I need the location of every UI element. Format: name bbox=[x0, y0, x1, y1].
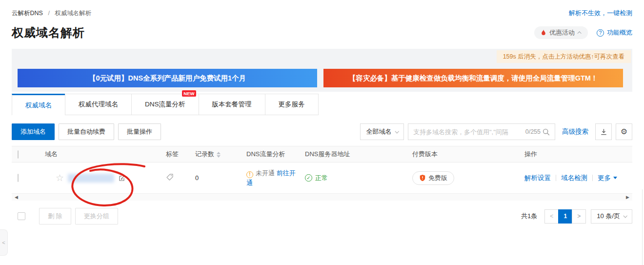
column-header-records-label: 记录数 bbox=[195, 150, 214, 158]
countdown-tip: 159s 后消失，点击上方活动优惠↑可再次查看 bbox=[497, 50, 631, 63]
chevron-down-icon bbox=[395, 129, 399, 133]
column-header-dns-server: DNS服务器地址 bbox=[305, 150, 412, 159]
char-counter: 0/255 bbox=[525, 128, 541, 135]
tab-label: DNS流量分析 bbox=[145, 100, 185, 109]
sort-asc-icon[interactable] bbox=[217, 152, 221, 154]
sort-desc-icon[interactable] bbox=[217, 155, 221, 158]
promo-activity-button[interactable]: 优惠活动 bbox=[534, 26, 588, 39]
gtm-banner[interactable]: 【容灾必备】基于健康检查做负载均衡和流量调度，请使用全局流量管理GTM！ bbox=[323, 69, 623, 87]
vertical-scrollbar-line bbox=[642, 189, 643, 265]
select-all-checkbox[interactable] bbox=[18, 150, 19, 159]
traffic-status-text: 未开通 bbox=[256, 169, 275, 177]
domain-filter-select[interactable]: 全部域名 bbox=[360, 123, 404, 140]
advanced-search-link[interactable]: 高级搜索 bbox=[562, 127, 588, 136]
shield-icon bbox=[419, 174, 426, 182]
free-trial-banner[interactable]: 【0元试用】DNS全系列产品新用户免费试用1个月 bbox=[18, 69, 317, 87]
search-box: 0/255 bbox=[408, 123, 555, 140]
title-row: 权威域名解析 优惠活动 ? 功能概览 bbox=[12, 25, 632, 41]
pagination-prev-button[interactable]: < bbox=[544, 209, 559, 224]
tab-label: 版本套餐管理 bbox=[212, 100, 252, 109]
edit-remark-icon[interactable] bbox=[118, 174, 126, 182]
breadcrumb-root[interactable]: 云解析DNS bbox=[12, 10, 43, 17]
divider bbox=[556, 175, 556, 181]
favorite-star-icon[interactable]: ☆ bbox=[56, 173, 64, 183]
column-header-plan: 付费版本 bbox=[412, 150, 524, 159]
record-count[interactable]: 0 bbox=[195, 174, 246, 182]
search-input[interactable] bbox=[413, 128, 525, 136]
column-header-traffic: DNS流量分析 bbox=[246, 150, 305, 159]
page-size-value: 10 条/页 bbox=[597, 212, 620, 221]
domain-check-link[interactable]: 域名检测 bbox=[561, 174, 587, 183]
tag-icon[interactable] bbox=[166, 173, 174, 181]
add-domain-button[interactable]: 添加域名 bbox=[12, 123, 55, 140]
breadcrumb: 云解析DNS / 权威域名解析 解析不生效，一键检测 bbox=[12, 0, 632, 18]
check-circle-icon: ✓ bbox=[305, 174, 312, 182]
tab-label: 更多服务 bbox=[279, 100, 305, 109]
horizontal-scrollbar[interactable]: ◀ ▶ bbox=[12, 194, 632, 201]
page-size-select[interactable]: 10 条/页 bbox=[591, 209, 632, 224]
export-button[interactable] bbox=[595, 123, 612, 140]
divider bbox=[592, 175, 593, 181]
delete-button[interactable]: 删 除 bbox=[39, 208, 71, 224]
footer-select-all-checkbox[interactable] bbox=[18, 212, 25, 220]
domain-name-redacted[interactable] bbox=[68, 174, 114, 183]
traffic-analysis-status: !未开通 前往开通 bbox=[246, 168, 305, 188]
scroll-right-arrow[interactable]: ▶ bbox=[626, 195, 629, 200]
pagination-page-1[interactable]: 1 bbox=[558, 209, 572, 224]
dns-status-text: 正常 bbox=[315, 174, 328, 183]
caret-up-icon bbox=[577, 31, 581, 35]
feature-overview-link[interactable]: ? 功能概览 bbox=[597, 28, 632, 37]
panel-collapse-handle[interactable]: < bbox=[0, 229, 8, 256]
table-row: ☆ 0 !未开通 前往开通 bbox=[12, 163, 632, 194]
table-header: 域名 标签 记录数 DNS流量分析 DNS服务器地址 付费版本 操作 bbox=[12, 146, 632, 163]
chevron-down-icon bbox=[623, 214, 627, 218]
feature-overview-label: 功能概览 bbox=[607, 28, 632, 37]
dns-console-page: 云解析DNS / 权威域名解析 解析不生效，一键检测 权威域名解析 优惠活动 ? bbox=[0, 0, 644, 265]
batch-operation-button[interactable]: 批量操作 bbox=[118, 123, 161, 140]
batch-auto-renew-button[interactable]: 批量自动续费 bbox=[59, 123, 114, 140]
tab-label: 权威域名 bbox=[25, 101, 52, 110]
download-icon bbox=[600, 128, 607, 136]
breadcrumb-current: 权威域名解析 bbox=[55, 10, 91, 17]
column-settings-button[interactable]: ⚙ bbox=[616, 123, 632, 140]
gear-icon: ⚙ bbox=[621, 128, 627, 136]
dns-server-status: ✓ 正常 bbox=[305, 174, 412, 183]
diagnose-link[interactable]: 解析不生效，一键检测 bbox=[569, 9, 632, 18]
tab-bar: 权威域名 权威代理域名 DNS流量分析 NEW 版本套餐管理 更多服务 bbox=[12, 94, 632, 115]
question-circle-icon: ? bbox=[597, 29, 604, 37]
total-count: 共1条 bbox=[521, 212, 537, 221]
flame-icon bbox=[541, 29, 546, 36]
tab-more-services[interactable]: 更多服务 bbox=[265, 94, 319, 115]
table-footer: 删 除 更换分组 共1条 < 1 > 10 条/页 bbox=[12, 208, 632, 224]
promo-activity-label: 优惠活动 bbox=[549, 28, 575, 37]
change-group-button[interactable]: 更换分组 bbox=[75, 208, 118, 224]
pagination-next-button[interactable]: > bbox=[572, 209, 586, 224]
sort-control[interactable] bbox=[217, 152, 221, 158]
scroll-left-arrow[interactable]: ◀ bbox=[15, 195, 18, 200]
tab-plan-management[interactable]: 版本套餐管理 bbox=[199, 94, 265, 115]
plan-badge-label: 免费版 bbox=[428, 174, 447, 183]
breadcrumb-separator: / bbox=[48, 10, 49, 17]
toolbar: 添加域名 批量自动续费 批量操作 全部域名 0/255 高级搜索 bbox=[12, 123, 632, 140]
domain-filter-value: 全部域名 bbox=[366, 127, 392, 136]
more-actions-label: 更多 bbox=[598, 174, 611, 183]
tab-label: 权威代理域名 bbox=[79, 100, 118, 109]
plan-badge[interactable]: 免费版 bbox=[412, 171, 454, 185]
column-header-tag: 标签 bbox=[166, 150, 195, 159]
row-checkbox[interactable] bbox=[18, 174, 19, 182]
tab-proxy-domains[interactable]: 权威代理域名 bbox=[65, 94, 132, 115]
resolve-settings-link[interactable]: 解析设置 bbox=[524, 174, 551, 183]
column-header-domain: 域名 bbox=[33, 150, 166, 159]
warning-icon: ! bbox=[246, 171, 253, 178]
caret-down-icon bbox=[613, 177, 617, 179]
tab-dns-traffic-analysis[interactable]: DNS流量分析 NEW bbox=[131, 94, 199, 115]
more-actions-link[interactable]: 更多 bbox=[598, 174, 617, 183]
column-header-actions: 操作 bbox=[524, 150, 632, 159]
new-badge: NEW bbox=[182, 90, 196, 97]
column-header-records: 记录数 bbox=[195, 150, 246, 159]
promo-banner-band: 159s 后消失，点击上方活动优惠↑可再次查看 【0元试用】DNS全系列产品新用… bbox=[12, 49, 632, 92]
page-title: 权威域名解析 bbox=[12, 25, 85, 41]
search-icon[interactable] bbox=[543, 128, 550, 136]
tab-authoritative-domains[interactable]: 权威域名 bbox=[12, 94, 65, 115]
